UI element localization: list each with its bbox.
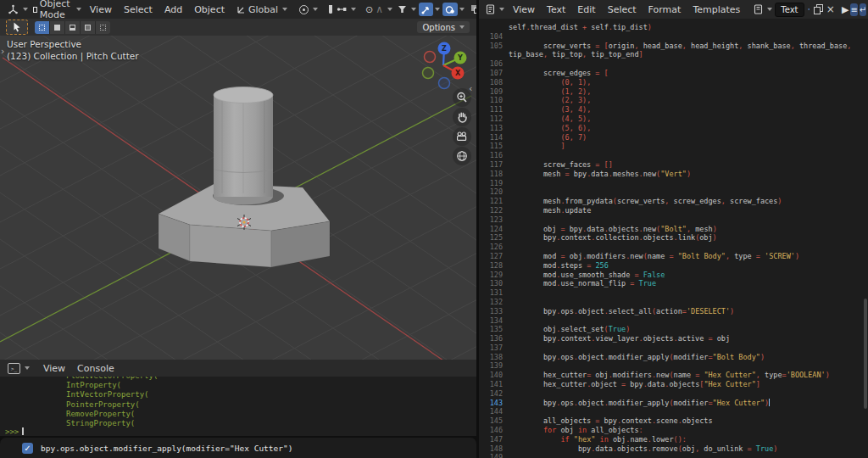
code-line[interactable]: 117 screw_faces = []: [482, 160, 851, 170]
code-line[interactable]: 110 (2, 3),: [482, 96, 851, 105]
text-name-field[interactable]: Text: [775, 3, 804, 17]
code-line[interactable]: 145 all_objects = bpy.context.scene.obje…: [482, 416, 851, 426]
gizmo-neg-y-ball[interactable]: [423, 68, 434, 79]
code-line[interactable]: 139: [482, 361, 851, 371]
run-script-icon[interactable]: ▶: [842, 4, 849, 15]
visibility-filter-dropdown[interactable]: [395, 3, 419, 16]
code-line[interactable]: 142: [482, 389, 851, 399]
pivot-point-dropdown[interactable]: [297, 3, 320, 16]
code-line[interactable]: 138 bpy.ops.object.modifier_apply(modifi…: [482, 353, 851, 362]
menu-view[interactable]: View: [84, 4, 118, 15]
3d-viewport-canvas[interactable]: [0, 36, 476, 360]
code-line[interactable]: 121 mesh.from_pydata(screw_verts, screw_…: [482, 197, 851, 206]
code-line[interactable]: 104: [482, 32, 851, 42]
code-line[interactable]: 129 mod.use_smooth_shade = False: [482, 271, 851, 280]
code-line[interactable]: 128 mod.steps = 256: [482, 261, 851, 271]
console-editor-type-button[interactable]: >_: [5, 361, 32, 375]
chevron-down-icon[interactable]: [435, 8, 440, 11]
code-line[interactable]: 132: [482, 298, 851, 307]
code-line[interactable]: 127 mod = obj.modifiers.new(name = "Bolt…: [482, 252, 851, 261]
select-mode-box-button[interactable]: [50, 21, 65, 34]
code-line[interactable]: 141 hex_cutter.object = bpy.data.objects…: [482, 380, 851, 389]
code-line[interactable]: 109 (1, 2),: [482, 87, 851, 97]
code-line[interactable]: 120: [482, 187, 851, 197]
mode-selector[interactable]: Object Mode: [31, 3, 84, 16]
text-menu-text[interactable]: Text: [541, 4, 571, 15]
menu-select[interactable]: Select: [118, 4, 159, 15]
code-line[interactable]: 137: [482, 344, 851, 353]
code-line[interactable]: 134: [482, 316, 851, 326]
code-line[interactable]: 136 bpy.context.view_layer.objects.activ…: [482, 334, 851, 344]
report-checkbox[interactable]: ✓: [22, 443, 33, 454]
tweak-tool-button[interactable]: [6, 20, 28, 35]
code-line[interactable]: 125 bpy.context.collection.objects.link(…: [482, 233, 851, 243]
editor-type-button[interactable]: [5, 3, 31, 16]
code-line[interactable]: 107 screw_edges = [: [482, 69, 851, 78]
code-line[interactable]: tip_base, tip_top, tip_top_end]: [482, 50, 851, 59]
new-text-icon[interactable]: [814, 4, 815, 15]
code-scrollbar[interactable]: [864, 299, 867, 409]
code-line[interactable]: 108 (0, 1),: [482, 78, 851, 87]
code-line[interactable]: 123: [482, 215, 851, 225]
code-line[interactable]: 118 mesh = bpy.data.meshes.new("Vert"): [482, 170, 851, 179]
code-line[interactable]: 113 (5, 6),: [482, 124, 851, 133]
proportional-editing-icon[interactable]: ⊙: [365, 5, 373, 14]
snap-magnet-icon[interactable]: [329, 5, 332, 14]
fake-user-shield-button[interactable]: [808, 3, 810, 16]
gizmo-neg-z-ball[interactable]: [439, 78, 450, 89]
zoom-view-button[interactable]: [453, 88, 471, 107]
perspective-toggle-button[interactable]: [453, 147, 471, 165]
show-overlays-toggle[interactable]: [442, 3, 458, 16]
toolbar-expand-icon[interactable]: ›: [1, 47, 4, 56]
code-line[interactable]: 131: [482, 288, 851, 298]
line-numbers-toggle[interactable]: ≡: [850, 3, 857, 16]
text-editor-type-button[interactable]: [483, 3, 507, 16]
code-line[interactable]: 114 (6, 7): [482, 133, 851, 142]
code-line[interactable]: 124 obj = bpy.data.objects.new("Bolt", m…: [482, 225, 851, 234]
text-menu-templates[interactable]: Templates: [687, 4, 746, 15]
code-line[interactable]: 115 ]: [482, 142, 851, 151]
console-output[interactable]: FloatVectorProperty(IntProperty(IntVecto…: [0, 377, 476, 436]
code-line[interactable]: 122 mesh.update: [482, 206, 851, 215]
code-line[interactable]: 133 bpy.ops.object.select_all(action='DE…: [482, 307, 851, 316]
select-mode-tweak-button[interactable]: [35, 21, 50, 34]
code-line[interactable]: 146 for obj in all_objects:: [482, 426, 851, 435]
camera-view-button[interactable]: [453, 127, 471, 146]
text-menu-view[interactable]: View: [507, 4, 541, 15]
code-line[interactable]: 148 bpy.data.objects.remove(obj, do_unli…: [482, 444, 851, 454]
show-gizmo-toggle[interactable]: [419, 3, 433, 16]
text-menu-edit[interactable]: Edit: [571, 4, 601, 15]
code-line[interactable]: 111 (3, 4),: [482, 105, 851, 114]
code-line[interactable]: 106: [482, 59, 851, 69]
code-line[interactable]: 116: [482, 151, 851, 160]
console-prompt[interactable]: >>>: [5, 427, 24, 436]
code-line[interactable]: 147 if "hex" in obj.name.lower():: [482, 435, 851, 444]
gizmo-neg-x-ball[interactable]: [425, 52, 436, 63]
code-line[interactable]: 112 (4, 5),: [482, 114, 851, 124]
select-mode-lasso-button[interactable]: [81, 21, 96, 34]
text-menu-select[interactable]: Select: [602, 4, 643, 15]
menu-add[interactable]: Add: [159, 4, 188, 15]
select-mode-paint-button[interactable]: [96, 21, 110, 34]
proportional-falloff-dropdown[interactable]: ∧: [373, 3, 395, 16]
code-line[interactable]: 126: [482, 243, 851, 252]
snap-with-dropdown[interactable]: [334, 3, 359, 16]
word-wrap-toggle[interactable]: ↵: [860, 3, 866, 16]
code-line-current[interactable]: 143 bpy.ops.object.modifier_apply(modifi…: [482, 399, 851, 408]
code-line[interactable]: self.thread_dist + self.tip_dist): [482, 23, 851, 32]
select-mode-circle-button[interactable]: [65, 21, 81, 34]
navigation-gizmo[interactable]: Z Y X: [412, 37, 476, 92]
text-menu-format[interactable]: Format: [643, 4, 687, 15]
code-editor[interactable]: self.thread_dist + self.tip_dist)104105 …: [479, 19, 868, 458]
code-line[interactable]: 149: [482, 453, 851, 458]
transform-orientation-dropdown[interactable]: Global: [234, 3, 290, 16]
options-button[interactable]: Options: [417, 21, 470, 33]
code-line[interactable]: 105 screw_verts = [origin, head_base, he…: [482, 42, 851, 51]
code-line[interactable]: 135 obj.select_set(True): [482, 325, 851, 334]
code-line[interactable]: 144: [482, 407, 851, 416]
code-line[interactable]: 119: [482, 179, 851, 188]
console-menu-view[interactable]: View: [37, 363, 71, 374]
menu-object[interactable]: Object: [188, 4, 231, 15]
chevron-down-icon[interactable]: [459, 8, 465, 11]
cylinder-object[interactable]: [214, 87, 273, 205]
